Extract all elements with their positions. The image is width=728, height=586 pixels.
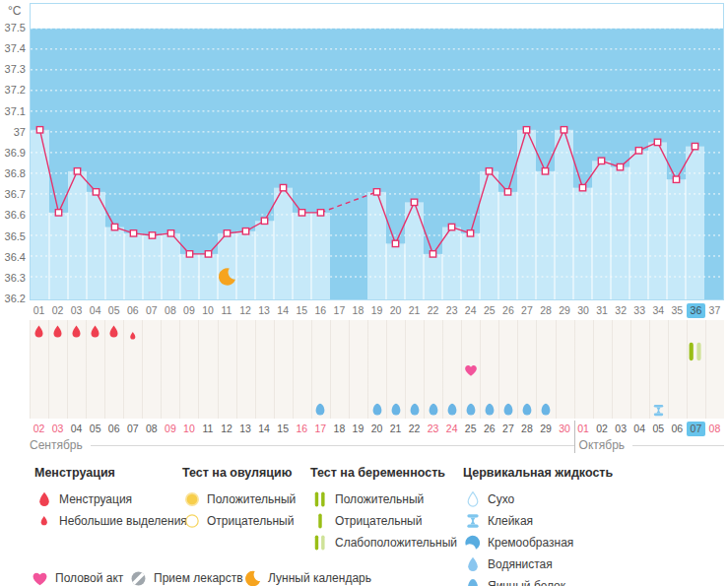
- cycle-day-16[interactable]: 16: [311, 303, 330, 318]
- calendar-date-19[interactable]: 19: [349, 422, 367, 436]
- calendar-date-16[interactable]: 16: [293, 422, 311, 436]
- legend-item-label: Слабоположительный: [335, 536, 457, 550]
- cycle-day-04[interactable]: 04: [86, 303, 104, 318]
- cycle-day-24[interactable]: 24: [461, 303, 480, 318]
- cycle-day-03[interactable]: 03: [67, 303, 86, 318]
- calendar-date-12[interactable]: 12: [218, 422, 236, 436]
- calendar-date-08[interactable]: 08: [142, 422, 161, 436]
- calendar-date-21[interactable]: 21: [386, 422, 405, 436]
- cycle-day-17[interactable]: 17: [330, 303, 349, 318]
- calendar-date-02[interactable]: 02: [30, 422, 48, 436]
- cycle-day-20[interactable]: 20: [386, 303, 405, 318]
- cycle-day-12[interactable]: 12: [236, 303, 255, 318]
- cycle-day-26[interactable]: 26: [498, 303, 517, 318]
- calendar-date-02[interactable]: 02: [593, 422, 612, 436]
- cycle-day-11[interactable]: 11: [218, 303, 236, 318]
- calendar-date-05[interactable]: 05: [86, 422, 104, 436]
- cervical-eggwhite-icon: [369, 402, 385, 422]
- calendar-date-27[interactable]: 27: [498, 422, 517, 436]
- calendar-date-03[interactable]: 03: [48, 422, 67, 436]
- calendar-date-05[interactable]: 05: [649, 422, 668, 436]
- month-section: Октябрь: [579, 437, 724, 453]
- cycle-day-18[interactable]: 18: [349, 303, 367, 318]
- cycle-day-10[interactable]: 10: [199, 303, 218, 318]
- cycle-day-28[interactable]: 28: [537, 303, 556, 318]
- legend-section-title: Тест на беременность: [310, 466, 457, 480]
- cervical-eggwhite-icon: [519, 402, 535, 422]
- cervical-eggwhite-icon: [426, 402, 441, 422]
- temperature-curve[interactable]: [31, 4, 723, 299]
- bar-green-one-icon: [310, 511, 330, 531]
- calendar-date-03[interactable]: 03: [612, 422, 630, 436]
- cycle-day-30[interactable]: 30: [574, 303, 593, 318]
- calendar-date-26[interactable]: 26: [480, 422, 498, 436]
- creamy-icon: [463, 533, 483, 553]
- bars-green-weak-icon: [310, 533, 330, 553]
- calendar-date-24[interactable]: 24: [442, 422, 461, 436]
- cycle-day-33[interactable]: 33: [630, 303, 649, 318]
- calendar-date-23[interactable]: 23: [424, 422, 442, 436]
- calendar-date-08[interactable]: 08: [705, 422, 724, 436]
- calendar-date-25[interactable]: 25: [461, 422, 480, 436]
- calendar-date-11[interactable]: 11: [199, 422, 218, 436]
- cycle-day-27[interactable]: 27: [517, 303, 536, 318]
- legend-item-label: Отрицательный: [207, 514, 294, 528]
- month-label: Сентябрь: [30, 438, 83, 452]
- calendar-date-13[interactable]: 13: [236, 422, 255, 436]
- cycle-day-13[interactable]: 13: [255, 303, 274, 318]
- temperature-plot[interactable]: [30, 3, 724, 300]
- cycle-day-36[interactable]: 36: [687, 303, 705, 318]
- cycle-day-14[interactable]: 14: [274, 303, 293, 318]
- cycle-day-34[interactable]: 34: [649, 303, 668, 318]
- calendar-date-18[interactable]: 18: [330, 422, 349, 436]
- cervical-eggwhite-icon: [482, 402, 497, 422]
- calendar-date-01[interactable]: 01: [574, 422, 593, 436]
- calendar-date-22[interactable]: 22: [405, 422, 424, 436]
- cycle-day-07[interactable]: 07: [142, 303, 161, 318]
- legend-section: Тест на овуляциюПоложительныйОтрицательн…: [182, 466, 296, 532]
- cycle-day-37[interactable]: 37: [705, 303, 724, 318]
- calendar-date-06[interactable]: 06: [104, 422, 123, 436]
- menstruation-icon: [106, 324, 121, 343]
- cycle-day-35[interactable]: 35: [668, 303, 687, 318]
- calendar-date-20[interactable]: 20: [367, 422, 386, 436]
- cycle-day-19[interactable]: 19: [367, 303, 386, 318]
- cycle-day-01[interactable]: 01: [30, 303, 48, 318]
- cycle-day-08[interactable]: 08: [161, 303, 179, 318]
- cycle-day-31[interactable]: 31: [593, 303, 612, 318]
- calendar-date-07[interactable]: 07: [687, 422, 705, 436]
- calendar-date-28[interactable]: 28: [517, 422, 536, 436]
- legend-item: Положительный: [182, 488, 296, 510]
- calendar-date-30[interactable]: 30: [556, 422, 574, 436]
- eggwhite-icon: [463, 576, 483, 586]
- legend-section: Цервикальная жидкостьСухоКлейкаяКремообр…: [463, 466, 613, 586]
- calendar-date-06[interactable]: 06: [668, 422, 687, 436]
- y-axis-tick: 37.2: [0, 84, 26, 96]
- calendar-date-15[interactable]: 15: [274, 422, 293, 436]
- calendar-date-17[interactable]: 17: [311, 422, 330, 436]
- cycle-day-22[interactable]: 22: [424, 303, 442, 318]
- calendar-date-10[interactable]: 10: [179, 422, 198, 436]
- cycle-day-06[interactable]: 06: [123, 303, 142, 318]
- cycle-day-32[interactable]: 32: [612, 303, 630, 318]
- cycle-day-09[interactable]: 09: [179, 303, 198, 318]
- legend-section-title: Менструация: [34, 466, 187, 480]
- legend-item-label: Яичный белок: [488, 579, 565, 586]
- y-axis-tick: 37.5: [0, 22, 26, 33]
- cycle-day-23[interactable]: 23: [442, 303, 461, 318]
- calendar-date-29[interactable]: 29: [537, 422, 556, 436]
- calendar-date-07[interactable]: 07: [123, 422, 142, 436]
- cycle-day-29[interactable]: 29: [556, 303, 574, 318]
- calendar-date-14[interactable]: 14: [255, 422, 274, 436]
- drop-red-large-icon: [34, 489, 54, 509]
- cycle-day-05[interactable]: 05: [104, 303, 123, 318]
- calendar-date-04[interactable]: 04: [630, 422, 649, 436]
- bars-green-two-icon: [310, 489, 330, 509]
- cycle-day-02[interactable]: 02: [48, 303, 67, 318]
- calendar-date-09[interactable]: 09: [161, 422, 179, 436]
- cycle-day-15[interactable]: 15: [293, 303, 311, 318]
- cycle-day-25[interactable]: 25: [480, 303, 498, 318]
- cycle-day-21[interactable]: 21: [405, 303, 424, 318]
- calendar-date-04[interactable]: 04: [67, 422, 86, 436]
- cervical-sticky-icon: [651, 403, 666, 422]
